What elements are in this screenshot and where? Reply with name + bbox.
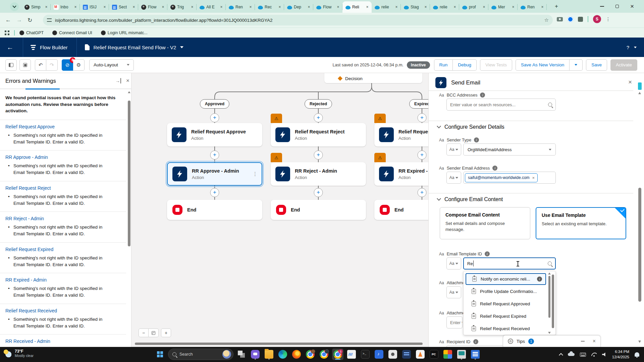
list-scrollbar[interactable] [552, 273, 554, 333]
taskbar-search[interactable]: Search [168, 349, 233, 360]
info-icon[interactable] [537, 277, 542, 282]
help-button[interactable]: ? [627, 45, 629, 50]
attachment-input[interactable]: Enter v [446, 316, 463, 328]
bookmark-item[interactable]: Connect Gmail UI [52, 31, 92, 35]
browser-tab[interactable]: ISIJ [80, 1, 109, 13]
browser-tab[interactable]: relie [430, 1, 459, 13]
branch-label-rejected[interactable]: Rejected [305, 99, 332, 109]
zoom-in-button[interactable]: + [161, 328, 171, 337]
template-option[interactable]: Relief Request Expired [466, 310, 546, 322]
taskbar-app-icon[interactable] [277, 349, 288, 360]
action-node-rr-approve-admin-selected[interactable]: RR Approve - AdminAction [167, 162, 262, 186]
add-element-button[interactable] [210, 113, 219, 122]
add-element-button[interactable] [210, 188, 219, 197]
browser-tab[interactable]: Inbo [51, 1, 80, 13]
browser-tab[interactable]: Simp [21, 1, 51, 13]
tab-close-icon[interactable] [394, 5, 399, 9]
taskbar-app-icon[interactable] [373, 349, 385, 360]
node-menu-icon[interactable] [253, 171, 258, 177]
back-arrow-icon[interactable]: ← [7, 44, 13, 51]
bookmark-star-icon[interactable]: ☆ [544, 17, 549, 23]
add-element-button[interactable] [210, 150, 219, 160]
view-tests-button[interactable]: View Tests [480, 59, 512, 71]
add-element-button[interactable] [418, 113, 427, 122]
taskbar-app-icon[interactable] [291, 349, 302, 360]
branch-label-approved[interactable]: Approved [200, 99, 229, 109]
tab-close-icon[interactable] [511, 5, 516, 9]
compose-email-content-card[interactable]: Compose Email Content Set email details … [440, 207, 530, 239]
tab-close-icon[interactable] [540, 5, 545, 9]
taskbar-app-icon[interactable] [401, 349, 412, 360]
taskbar-app-icon[interactable] [332, 349, 343, 360]
browser-reload-button[interactable]: ↻ [28, 17, 32, 24]
zoom-out-button[interactable]: − [139, 328, 149, 337]
password-manager-icon[interactable] [568, 16, 573, 22]
sender-email-resource-picker[interactable]: Aa [446, 172, 461, 184]
action-node-rr-reject-admin[interactable]: RR Reject - AdminAction [271, 162, 366, 186]
window-maximize-icon[interactable] [615, 5, 619, 8]
taskbar-app-icon[interactable] [318, 349, 330, 360]
profile-avatar[interactable]: S [593, 15, 601, 23]
wifi-icon[interactable] [591, 353, 597, 357]
tab-close-icon[interactable] [482, 5, 486, 9]
sender-type-select[interactable]: OrgWideEmailAddress [463, 143, 556, 156]
url-text[interactable]: isijoftoronto.lightning.force.com/builde… [55, 18, 544, 23]
tab-close-icon[interactable] [131, 5, 136, 9]
layout-mode-select[interactable]: Auto-Layout [89, 59, 134, 71]
activate-button[interactable]: Activate [610, 59, 637, 71]
scroll-down-icon[interactable] [638, 341, 641, 343]
add-element-button[interactable] [418, 188, 427, 197]
tab-close-icon[interactable] [219, 5, 224, 9]
browser-tab[interactable]: relie [372, 1, 401, 13]
taskbar-app-icon[interactable] [470, 349, 481, 360]
bcc-input[interactable]: Enter value or search resources... [446, 99, 556, 111]
sender-email-pill[interactable]: saiful@momentum-worldwide.com [465, 173, 538, 182]
template-id-search-input[interactable]: Re [463, 257, 556, 269]
error-node-link[interactable]: RR Approve - Admin [5, 155, 121, 160]
zoom-fit-button[interactable] [149, 328, 159, 337]
close-panel-icon[interactable] [126, 77, 129, 84]
browser-tab[interactable]: All E [197, 1, 226, 13]
window-minimize-icon[interactable] [600, 6, 604, 7]
browser-tab[interactable]: Ren [518, 1, 547, 13]
flow-settings-button[interactable]: ⚙ [73, 59, 85, 71]
action-node-relief-request-expired[interactable]: Relief Request ExpiredAction [374, 123, 428, 146]
extensions-puzzle-icon[interactable] [578, 17, 583, 22]
browser-back-button[interactable]: ← [5, 17, 11, 23]
bookmark-item[interactable]: Login URL mismatc... [101, 31, 148, 35]
browser-tab[interactable]: Trig [167, 1, 197, 13]
errors-warnings-button[interactable]: ⊘8 [62, 59, 73, 71]
volume-icon[interactable] [602, 353, 607, 357]
close-panel-icon[interactable] [628, 78, 632, 86]
tab-close-icon[interactable] [161, 5, 165, 9]
taskbar-app-icon[interactable] [263, 349, 275, 360]
end-node[interactable]: End [374, 200, 428, 220]
notifications-bell-icon[interactable] [635, 352, 639, 357]
browser-menu-icon[interactable] [606, 16, 610, 22]
chevron-down-icon[interactable] [634, 47, 637, 48]
debug-button[interactable]: Debug [453, 59, 477, 71]
scroll-up-icon[interactable] [128, 91, 130, 93]
run-button[interactable]: Run [434, 59, 453, 71]
tab-close-icon[interactable] [423, 5, 428, 9]
tray-expand-icon[interactable] [559, 353, 563, 357]
add-element-button[interactable] [314, 188, 323, 197]
browser-tab[interactable]: Mer [488, 1, 518, 13]
tab-close-icon[interactable] [307, 5, 311, 9]
weather-widget[interactable]: 73°F Mostly clear [3, 349, 34, 358]
select-elements-button[interactable] [19, 59, 31, 71]
add-element-button[interactable] [314, 150, 323, 160]
add-element-button[interactable] [314, 113, 323, 122]
scrollbar-thumb[interactable] [638, 188, 641, 302]
use-email-template-card[interactable]: Use Email Template Select an existing em… [536, 207, 626, 239]
info-icon[interactable] [492, 166, 497, 171]
taskbar-clock[interactable]: 6:34 PM 12/4/2025 [612, 349, 629, 360]
taskbar-app-icon[interactable] [428, 349, 440, 360]
browser-tab[interactable]: Ren [226, 1, 255, 13]
errors-panel-scrollbar[interactable] [127, 90, 131, 347]
branch-label-expired[interactable]: Expired [409, 99, 428, 109]
browser-tab[interactable]: Rec [255, 1, 284, 13]
sender-details-section[interactable]: Configure Sender Details [437, 124, 504, 130]
save-as-new-version-button[interactable]: Save As New Version [516, 59, 570, 71]
browser-tab[interactable]: Reli [342, 1, 372, 13]
